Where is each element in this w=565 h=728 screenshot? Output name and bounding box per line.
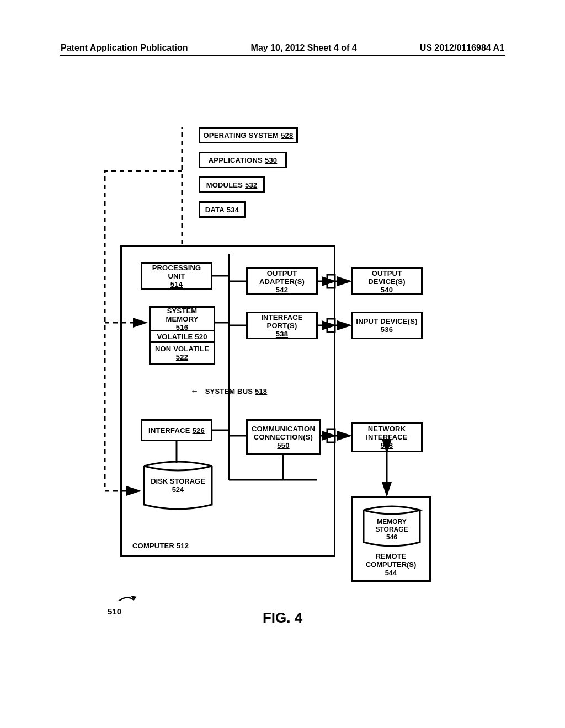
sysbus-num: 518: [255, 387, 267, 395]
apps-label: APPLICATIONS: [209, 156, 263, 164]
modules-num: 532: [245, 181, 257, 189]
box-communication-connection: COMMUNICATION CONNECTION(S) 550: [246, 419, 321, 455]
remote-label: REMOTE COMPUTER(S): [366, 552, 417, 569]
box-disk-storage: DISK STORAGE 524: [141, 459, 215, 512]
box-input-device: INPUT DEVICE(S) 536: [351, 312, 423, 339]
computer-num: 512: [177, 542, 189, 550]
remote-num: 544: [385, 569, 397, 577]
netif-num: 548: [381, 441, 393, 449]
header-left: Patent Application Publication: [61, 43, 188, 53]
sysbus-label: SYSTEM BUS: [205, 387, 253, 395]
header-rule: [60, 55, 505, 56]
comm-num: 550: [277, 441, 289, 449]
header-center: May 10, 2012 Sheet 4 of 4: [251, 43, 357, 53]
label-computer: COMPUTER 512: [132, 542, 189, 550]
header-right: US 2012/0116984 A1: [420, 43, 504, 53]
netif-label: NETWORK INTERFACE: [366, 425, 407, 441]
page-header: Patent Application Publication May 10, 2…: [0, 43, 565, 53]
box-non-volatile: NON VOLATILE 522: [149, 341, 215, 365]
data-label: DATA: [205, 206, 225, 214]
box-operating-system: OPERATING SYSTEM 528: [199, 127, 298, 143]
box-processing-unit: PROCESSING UNIT 514: [141, 262, 212, 290]
box-data: DATA 534: [199, 201, 246, 218]
figure-label: FIG. 4: [0, 609, 565, 627]
iface-label: INTERFACE: [148, 426, 190, 435]
proc-label: PROCESSING UNIT: [145, 264, 209, 280]
box-modules: MODULES 532: [199, 176, 265, 193]
box-system-memory: SYSTEM MEMORY 516: [149, 306, 215, 331]
disk-label: DISK STORAGE: [151, 477, 205, 485]
disk-num: 524: [172, 485, 184, 494]
comm-label: COMMUNICATION CONNECTION(S): [252, 425, 315, 441]
os-num: 528: [281, 131, 293, 140]
outdev-label: OUTPUT DEVICE(S): [368, 269, 406, 286]
memstor-num: 546: [386, 533, 397, 541]
outadap-label: OUTPUT ADAPTER(S): [259, 269, 305, 286]
sysmem-label: SYSTEM MEMORY: [166, 307, 198, 323]
box-applications: APPLICATIONS 530: [199, 152, 287, 168]
outadap-num: 542: [276, 286, 288, 294]
box-memory-storage: MEMORYSTORAGE 546: [360, 505, 423, 548]
vol-label: VOLATILE: [157, 333, 193, 341]
os-label: OPERATING SYSTEM: [204, 131, 279, 140]
box-output-adapter: OUTPUT ADAPTER(S) 542: [246, 267, 318, 295]
nvol-label: NON VOLATILE: [155, 345, 209, 353]
ifport-num: 538: [276, 330, 288, 338]
label-system-bus: ← SYSTEM BUS 518: [190, 386, 267, 395]
box-interface-port: INTERFACE PORT(S) 538: [246, 312, 318, 339]
iface-num: 526: [193, 426, 205, 435]
indev-label: INPUT DEVICE(S): [356, 317, 417, 325]
figure-text: FIG. 4: [263, 609, 302, 626]
nvol-num: 522: [176, 353, 188, 361]
box-output-device: OUTPUT DEVICE(S) 540: [351, 267, 423, 295]
diagram-canvas: OPERATING SYSTEM 528 APPLICATIONS 530 MO…: [97, 127, 439, 601]
svg-marker-22: [131, 596, 137, 600]
apps-num: 530: [265, 156, 277, 164]
proc-num: 514: [170, 280, 183, 288]
ifport-label: INTERFACE PORT(S): [261, 313, 302, 330]
box-interface: INTERFACE 526: [141, 419, 212, 441]
memstor-label: MEMORYSTORAGE: [360, 518, 423, 533]
outdev-num: 540: [381, 286, 393, 294]
vol-num: 520: [195, 333, 207, 341]
box-network-interface: NETWORK INTERFACE 548: [351, 422, 423, 452]
modules-label: MODULES: [206, 181, 243, 189]
computer-label: COMPUTER: [132, 542, 174, 550]
indev-num: 536: [381, 325, 393, 334]
data-num: 534: [227, 206, 239, 214]
